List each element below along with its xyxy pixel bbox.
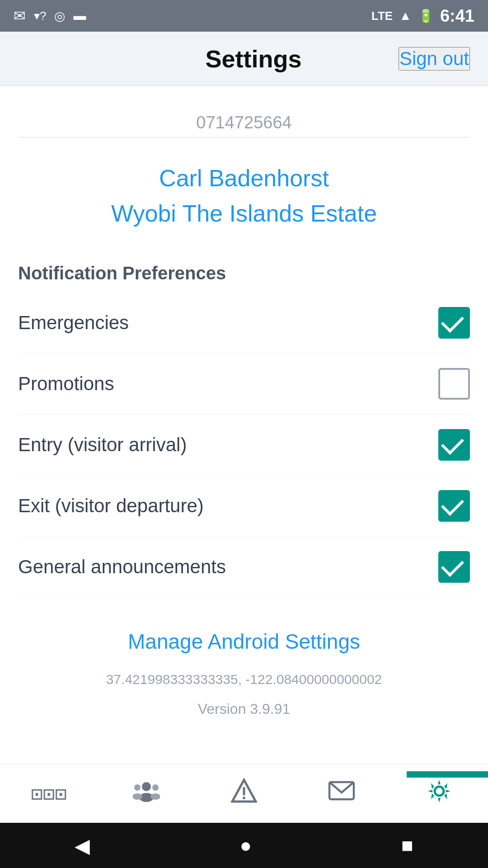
preference-item-exit: Exit (visitor departure) xyxy=(18,476,470,537)
checkbox-checked-entry[interactable] xyxy=(438,429,470,461)
checkbox-emergencies[interactable] xyxy=(438,307,470,339)
estate-name: Wyobi The Islands Estate xyxy=(111,200,377,227)
nav-item-community[interactable] xyxy=(106,764,187,823)
nav-item-messages[interactable] xyxy=(301,764,382,823)
mail-icon: ✉ xyxy=(14,7,26,24)
checkbox-checked-emergencies[interactable] xyxy=(438,307,470,339)
checkbox-checked-exit[interactable] xyxy=(438,490,470,522)
svg-point-2 xyxy=(134,784,141,791)
page-title: Settings xyxy=(108,45,399,73)
preference-item-entry: Entry (visitor arrival) xyxy=(18,415,470,476)
android-recent-button[interactable]: ■ xyxy=(401,834,413,857)
alerts-icon xyxy=(231,778,257,810)
preference-label-emergencies: Emergencies xyxy=(18,312,129,334)
preference-item-promotions: Promotions xyxy=(18,354,470,415)
preference-list: Emergencies Promotions Entry (visitor ar… xyxy=(18,292,470,598)
svg-point-3 xyxy=(133,793,142,800)
checkbox-promotions[interactable] xyxy=(438,368,470,400)
preference-item-general: General announcements xyxy=(18,537,470,598)
signal-icon: ▲ xyxy=(399,9,412,23)
svg-point-8 xyxy=(243,797,245,799)
status-bar-right: LTE ▲ 🔋 6:41 xyxy=(371,6,474,26)
notification-preferences-title: Notification Preferences xyxy=(18,263,470,283)
nav-item-keypad[interactable]: ⊡⊡⊡ xyxy=(8,764,89,823)
wifi-icon: ▾? xyxy=(34,9,46,23)
status-bar-left: ✉ ▾? ◎ ▬ xyxy=(14,7,86,24)
app-header: Settings Sign out xyxy=(0,32,488,86)
preference-item-emergencies: Emergencies xyxy=(18,292,470,354)
circle-icon: ◎ xyxy=(54,9,65,24)
checkbox-exit[interactable] xyxy=(438,490,470,522)
settings-icon xyxy=(426,778,453,810)
sign-out-button[interactable]: Sign out xyxy=(399,47,470,71)
preference-label-promotions: Promotions xyxy=(18,373,114,395)
checkbox-entry[interactable] xyxy=(438,429,470,461)
checkbox-unchecked-promotions[interactable] xyxy=(438,368,470,400)
messages-icon xyxy=(328,780,355,808)
user-name: Carl Badenhorst xyxy=(159,165,329,192)
battery-icon: 🔋 xyxy=(418,9,434,24)
status-bar: ✉ ▾? ◎ ▬ LTE ▲ 🔋 6:41 xyxy=(0,0,488,32)
version-text: Version 3.9.91 xyxy=(198,701,291,717)
checkbox-general[interactable] xyxy=(438,551,470,583)
sim-icon: ▬ xyxy=(73,9,86,23)
svg-point-4 xyxy=(152,784,159,791)
svg-point-5 xyxy=(150,793,160,800)
phone-number: 0714725664 xyxy=(18,113,470,137)
status-time: 6:41 xyxy=(440,6,474,26)
svg-point-0 xyxy=(142,782,151,791)
android-back-button[interactable]: ◀ xyxy=(75,834,90,857)
preference-label-exit: Exit (visitor departure) xyxy=(18,495,204,517)
checkbox-checked-general[interactable] xyxy=(438,551,470,583)
android-home-button[interactable]: ● xyxy=(239,834,252,857)
preference-label-general: General announcements xyxy=(18,556,226,578)
coordinates-text: 37.421998333333335, -122.08400000000002 xyxy=(106,672,382,687)
preference-label-entry: Entry (visitor arrival) xyxy=(18,434,187,456)
android-nav: ◀ ● ■ xyxy=(0,823,488,868)
teal-accent-bar xyxy=(407,771,488,778)
manage-android-settings-link[interactable]: Manage Android Settings xyxy=(128,629,360,654)
main-content: 0714725664 Carl Badenhorst Wyobi The Isl… xyxy=(0,86,488,764)
keypad-icon: ⊡⊡⊡ xyxy=(31,782,66,805)
lte-icon: LTE xyxy=(371,9,393,23)
community-icon xyxy=(133,778,160,809)
svg-point-10 xyxy=(435,787,444,796)
nav-item-alerts[interactable] xyxy=(203,764,285,823)
